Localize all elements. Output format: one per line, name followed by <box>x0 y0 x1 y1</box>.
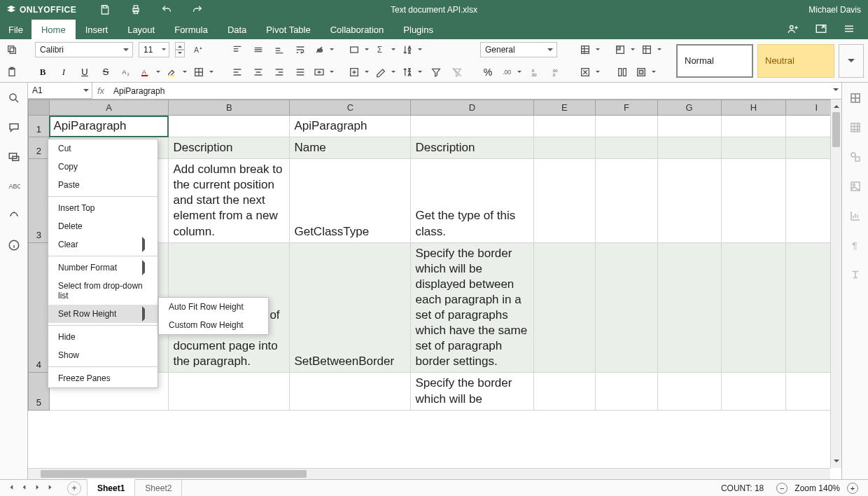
cell[interactable]: Get the type of this class. <box>411 159 533 242</box>
column-header[interactable]: H <box>721 100 786 116</box>
cell[interactable] <box>533 116 596 137</box>
named-ranges-icon[interactable] <box>349 42 370 57</box>
fx-icon[interactable]: fx <box>92 83 109 99</box>
menu-pivot-table[interactable]: Pivot Table <box>256 20 320 39</box>
context-menu-item[interactable]: Clear <box>48 235 158 254</box>
cell[interactable]: Specify the border which will be <box>411 373 533 410</box>
last-sheet-icon[interactable] <box>47 483 55 493</box>
save-icon[interactable] <box>97 2 113 18</box>
cell-format-icon[interactable] <box>636 64 657 80</box>
cell[interactable] <box>657 159 721 242</box>
align-right-icon[interactable] <box>272 64 287 80</box>
hamburger-icon[interactable] <box>843 22 855 37</box>
orientation-icon[interactable]: ab <box>314 42 335 57</box>
chat-icon[interactable] <box>4 149 24 165</box>
subscript-icon[interactable]: A2 <box>119 64 134 80</box>
cell[interactable] <box>596 242 658 373</box>
cell[interactable] <box>533 159 596 242</box>
menu-collaboration[interactable]: Collaboration <box>321 20 394 39</box>
merge-cells-icon[interactable] <box>314 64 335 80</box>
row-header[interactable]: 3 <box>29 159 50 242</box>
increase-font-icon[interactable]: A▲ <box>190 42 206 57</box>
cell[interactable] <box>721 116 786 137</box>
cell[interactable]: ApiParagraph <box>49 116 169 137</box>
cell[interactable] <box>533 137 596 159</box>
sheet-tab[interactable]: Sheet1 <box>87 479 135 497</box>
paragraph-settings-icon[interactable]: ¶ <box>846 237 865 254</box>
column-header[interactable]: A <box>49 100 169 116</box>
cell[interactable] <box>169 116 290 137</box>
cell[interactable]: SetBetweenBorder <box>290 242 411 373</box>
cell[interactable] <box>533 242 596 373</box>
feedback-icon[interactable] <box>4 207 24 224</box>
sheet-tab[interactable]: Sheet2 <box>135 480 182 497</box>
cell[interactable] <box>721 159 786 242</box>
cell[interactable]: Name <box>290 137 411 159</box>
cell[interactable]: GetClassType <box>290 159 411 242</box>
undo-icon[interactable] <box>159 2 174 18</box>
font-size-stepper[interactable] <box>175 42 185 57</box>
fill-icon[interactable] <box>349 64 370 80</box>
cell[interactable] <box>721 137 786 159</box>
font-color-icon[interactable]: A <box>140 64 161 80</box>
align-center-icon[interactable] <box>251 64 266 80</box>
textart-settings-icon[interactable] <box>846 266 865 283</box>
name-box[interactable]: A1 <box>28 83 92 99</box>
conditional-format-icon[interactable] <box>615 42 636 57</box>
shape-settings-icon[interactable] <box>846 149 865 165</box>
percent-icon[interactable]: % <box>480 64 496 80</box>
column-header[interactable]: F <box>596 100 658 116</box>
menu-insert[interactable]: Insert <box>76 20 118 39</box>
search-icon[interactable] <box>4 90 24 106</box>
filter-icon[interactable] <box>428 64 444 80</box>
context-menu-item[interactable]: Paste <box>48 176 158 194</box>
about-icon[interactable] <box>4 237 24 254</box>
currency-icon[interactable]: .00 <box>501 64 522 80</box>
context-menu-item[interactable]: Cut <box>48 139 158 158</box>
number-format-select[interactable]: General <box>480 42 557 57</box>
formula-input[interactable]: ApiParagraph <box>109 83 830 99</box>
prev-sheet-icon[interactable] <box>20 483 28 493</box>
chart-settings-icon[interactable] <box>846 207 865 224</box>
highlight-color-icon[interactable] <box>167 64 188 80</box>
print-icon[interactable] <box>128 2 144 18</box>
cell[interactable]: Add column break to the current position… <box>169 159 290 242</box>
menu-home[interactable]: Home <box>31 20 76 39</box>
vertical-scrollbar[interactable] <box>830 99 841 468</box>
copy-icon[interactable] <box>4 42 20 57</box>
cell[interactable] <box>657 116 721 137</box>
cell[interactable] <box>596 373 658 410</box>
menu-formula[interactable]: Formula <box>164 20 218 39</box>
row-header[interactable]: 2 <box>29 137 50 159</box>
align-left-icon[interactable] <box>230 64 245 80</box>
sort-asc-icon[interactable]: AZ <box>402 42 423 57</box>
cell[interactable] <box>596 137 658 159</box>
context-menu-item[interactable]: Insert Top <box>48 199 158 217</box>
cell[interactable] <box>657 242 721 373</box>
column-header[interactable]: D <box>411 100 533 116</box>
spellcheck-icon[interactable]: ABC <box>4 178 24 195</box>
cell[interactable] <box>657 373 721 410</box>
menu-plugins[interactable]: Plugins <box>393 20 443 39</box>
cell[interactable] <box>169 373 290 410</box>
row-header[interactable]: 1 <box>29 116 50 137</box>
first-sheet-icon[interactable] <box>7 483 15 493</box>
context-menu-item[interactable]: Set Row Height <box>48 305 158 323</box>
clear-icon[interactable] <box>375 64 396 80</box>
cell-styles-more[interactable] <box>839 44 864 78</box>
cell[interactable]: Description <box>169 137 290 159</box>
font-size-select[interactable]: 11 <box>139 42 169 57</box>
context-menu-item[interactable]: Number Format <box>48 259 158 277</box>
formula-expand-icon[interactable] <box>830 83 841 99</box>
bold-icon[interactable]: B <box>35 64 50 80</box>
next-sheet-icon[interactable] <box>34 483 41 493</box>
menu-file[interactable]: File <box>0 20 31 39</box>
insert-cells-icon[interactable] <box>580 42 601 57</box>
decrease-decimal-icon[interactable]: .0.00 <box>528 64 543 80</box>
cell[interactable]: ApiParagraph <box>290 116 411 137</box>
autosum-icon[interactable]: Σ <box>375 42 396 57</box>
cell[interactable] <box>411 116 533 137</box>
sort-desc-icon[interactable]: ZA <box>402 64 423 80</box>
insert-function-icon[interactable] <box>615 64 630 80</box>
wrap-text-icon[interactable] <box>293 42 308 57</box>
